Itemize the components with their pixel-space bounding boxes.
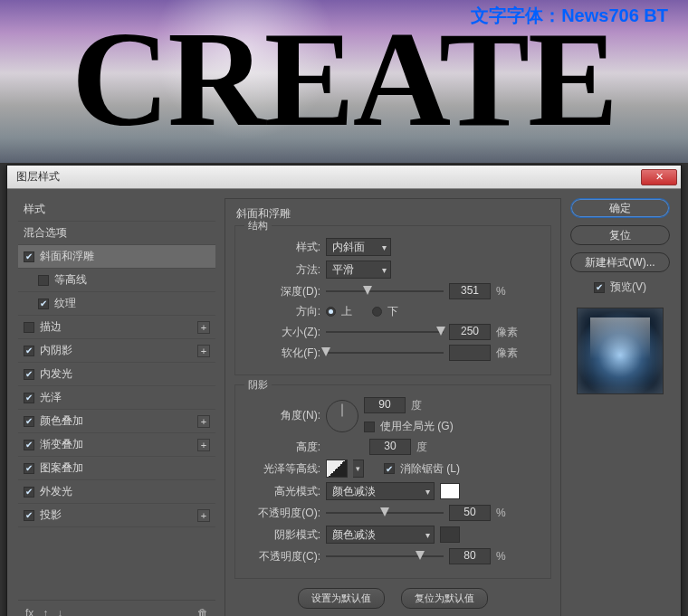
sidebar-item-pattern-overlay[interactable]: 图案叠加 — [18, 457, 215, 480]
size-input[interactable]: 250 — [449, 324, 491, 340]
structure-legend: 结构 — [244, 219, 272, 232]
sidebar-item-bevel-emboss[interactable]: 斜面和浮雕 — [18, 245, 215, 269]
dialog-actions: 确定 复位 新建样式(W)... 预览(V) — [570, 198, 670, 616]
angle-label: 角度(N): — [243, 408, 320, 423]
sidebar-item-label: 等高线 — [54, 272, 87, 288]
checkbox-icon[interactable] — [24, 393, 34, 403]
shadow-opacity-label: 不透明度(C): — [243, 549, 320, 564]
dialog-titlebar[interactable]: 图层样式 ✕ — [7, 166, 681, 189]
sidebar-blending-options[interactable]: 混合选项 — [18, 222, 215, 245]
depth-unit: % — [496, 285, 506, 298]
antialias-label: 消除锯齿 (L) — [400, 461, 460, 477]
checkbox-icon[interactable] — [24, 463, 34, 474]
technique-select[interactable]: 平滑 — [326, 261, 391, 279]
add-instance-icon[interactable]: + — [197, 509, 210, 522]
shadow-color-swatch[interactable] — [440, 526, 460, 543]
settings-panel: 斜面和浮雕 结构 样式: 内斜面 方法: 平滑 深度(D): 351 % — [225, 198, 561, 616]
sidebar-item-outer-glow[interactable]: 外发光 — [18, 480, 215, 504]
sidebar-item-inner-glow[interactable]: 内发光 — [18, 363, 215, 386]
depth-slider[interactable] — [326, 284, 444, 299]
global-light-checkbox[interactable] — [364, 422, 375, 432]
depth-input[interactable]: 351 — [449, 283, 491, 299]
angle-dial[interactable] — [326, 400, 358, 432]
fx-menu-button[interactable]: fx — [25, 607, 33, 617]
add-instance-icon[interactable]: + — [197, 321, 210, 334]
checkbox-icon[interactable] — [24, 487, 34, 498]
highlight-color-swatch[interactable] — [440, 483, 460, 499]
banner-create-text: CREATE — [72, 1, 616, 156]
checkbox-icon[interactable] — [24, 322, 34, 333]
sidebar-item-gradient-overlay[interactable]: 渐变叠加 + — [18, 433, 215, 457]
shading-legend: 阴影 — [244, 378, 272, 392]
highlight-opacity-input[interactable]: 50 — [449, 505, 491, 521]
style-preview-thumbnail — [577, 308, 664, 394]
add-instance-icon[interactable]: + — [197, 439, 210, 451]
altitude-label: 高度: — [243, 440, 320, 455]
size-slider[interactable] — [326, 325, 444, 339]
cancel-button[interactable]: 复位 — [570, 225, 670, 245]
banner: 文字字体：News706 BT CREATE — [0, 0, 688, 163]
sidebar-item-satin[interactable]: 光泽 — [18, 386, 215, 410]
highlight-opacity-slider[interactable] — [326, 506, 444, 520]
soften-slider[interactable] — [326, 346, 444, 360]
move-up-icon[interactable]: ↑ — [43, 607, 48, 617]
soften-label: 软化(F): — [243, 346, 320, 361]
highlight-opacity-label: 不透明度(O): — [243, 506, 320, 521]
close-button[interactable]: ✕ — [641, 169, 677, 185]
soften-unit: 像素 — [496, 346, 518, 361]
make-default-button[interactable]: 设置为默认值 — [298, 588, 385, 609]
angle-input[interactable]: 90 — [364, 397, 406, 413]
shadow-opacity-input[interactable]: 80 — [449, 548, 491, 564]
sidebar-item-drop-shadow[interactable]: 投影 + — [18, 504, 215, 527]
shadow-opacity-slider[interactable] — [326, 549, 444, 564]
sidebar-styles-header[interactable]: 样式 — [18, 198, 215, 222]
sidebar-item-label: 外发光 — [40, 484, 72, 499]
checkbox-icon[interactable] — [38, 299, 49, 309]
checkbox-icon[interactable] — [24, 369, 34, 380]
altitude-unit: 度 — [416, 440, 427, 455]
opacity-unit: % — [496, 507, 506, 519]
reset-default-button[interactable]: 复位为默认值 — [401, 588, 488, 609]
style-label: 样式: — [243, 240, 320, 255]
sidebar-item-stroke[interactable]: 描边 + — [18, 316, 215, 339]
dialog-title: 图层样式 — [16, 169, 60, 185]
sidebar-item-label: 纹理 — [54, 296, 76, 311]
shading-group: 阴影 角度(N): 90 度 使用全局光 (G) — [234, 384, 551, 579]
highlight-mode-label: 高光模式: — [243, 484, 320, 499]
panel-title: 斜面和浮雕 — [236, 206, 551, 222]
trash-icon[interactable]: 🗑 — [197, 607, 208, 617]
checkbox-icon[interactable] — [24, 251, 34, 262]
sidebar-item-texture[interactable]: 纹理 — [18, 292, 215, 316]
add-instance-icon[interactable]: + — [197, 415, 210, 428]
soften-input[interactable] — [449, 345, 491, 361]
add-instance-icon[interactable]: + — [197, 345, 210, 357]
effects-sidebar: 样式 混合选项 斜面和浮雕 等高线 纹理 描边 + 内阴影 — [18, 198, 215, 616]
angle-unit: 度 — [411, 398, 422, 413]
checkbox-icon[interactable] — [38, 275, 49, 286]
new-style-button[interactable]: 新建样式(W)... — [570, 252, 670, 272]
altitude-input[interactable]: 30 — [369, 439, 411, 455]
checkbox-icon[interactable] — [24, 346, 34, 356]
shadow-mode-label: 阴影模式: — [243, 527, 320, 543]
gloss-contour-swatch[interactable] — [326, 460, 348, 478]
direction-down-radio[interactable] — [372, 307, 382, 317]
sidebar-item-label: 颜色叠加 — [40, 413, 83, 429]
checkbox-icon[interactable] — [24, 440, 34, 450]
gloss-contour-label: 光泽等高线: — [243, 461, 320, 477]
direction-up-radio[interactable] — [326, 307, 336, 317]
highlight-mode-select[interactable]: 颜色减淡 — [326, 482, 435, 500]
antialias-checkbox[interactable] — [384, 463, 395, 474]
sidebar-item-color-overlay[interactable]: 颜色叠加 + — [18, 410, 215, 433]
ok-button[interactable]: 确定 — [570, 198, 670, 218]
style-select[interactable]: 内斜面 — [326, 238, 391, 256]
shadow-mode-select[interactable]: 颜色减淡 — [326, 526, 435, 544]
move-down-icon[interactable]: ↓ — [57, 607, 62, 617]
opacity-unit: % — [496, 550, 506, 563]
checkbox-icon[interactable] — [24, 510, 34, 521]
preview-checkbox[interactable] — [594, 282, 605, 293]
checkbox-icon[interactable] — [24, 416, 34, 427]
sidebar-item-inner-shadow[interactable]: 内阴影 + — [18, 339, 215, 363]
sidebar-item-contour[interactable]: 等高线 — [18, 269, 215, 292]
size-label: 大小(Z): — [243, 325, 320, 340]
gloss-contour-dropdown[interactable]: ▾ — [353, 460, 364, 478]
